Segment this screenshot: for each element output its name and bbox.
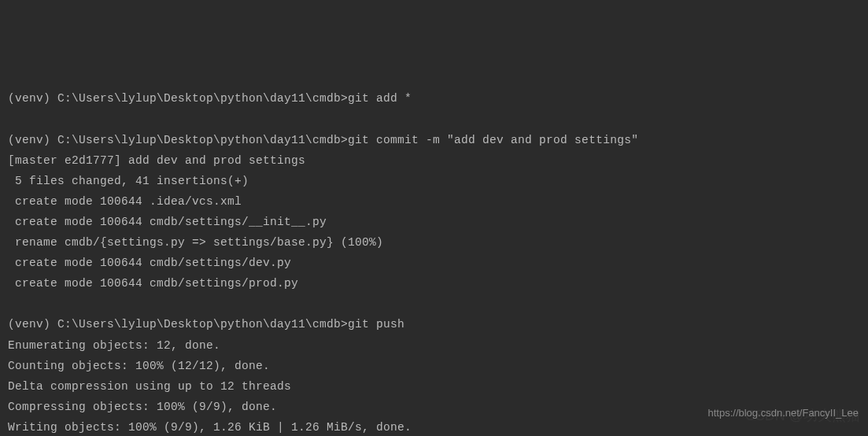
- venv-indicator: (venv): [8, 92, 57, 105]
- venv-indicator: (venv): [8, 318, 57, 331]
- prompt-path: C:\Users\lylup\Desktop\python\day11\cmdb…: [57, 318, 348, 331]
- command-text: git add *: [348, 92, 412, 105]
- terminal-line: (venv) C:\Users\lylup\Desktop\python\day…: [8, 130, 860, 150]
- terminal-line: Counting objects: 100% (12/12), done.: [8, 356, 860, 376]
- terminal-line: [master e2d1777] add dev and prod settin…: [8, 150, 860, 171]
- terminal-line: create mode 100644 cmdb/settings/__init_…: [8, 212, 860, 232]
- terminal-line: [8, 109, 860, 129]
- terminal-line: create mode 100644 cmdb/settings/prod.py: [8, 273, 860, 294]
- command-text: git push: [348, 318, 404, 331]
- terminal-output[interactable]: (venv) C:\Users\lylup\Desktop\python\day…: [8, 88, 860, 436]
- terminal-line: 5 files changed, 41 insertions(+): [8, 171, 860, 191]
- terminal-line: (venv) C:\Users\lylup\Desktop\python\day…: [8, 314, 860, 334]
- prompt-path: C:\Users\lylup\Desktop\python\day11\cmdb…: [57, 134, 348, 146]
- command-text: git commit -m "add dev and prod settings…: [348, 134, 638, 146]
- venv-indicator: (venv): [8, 134, 57, 146]
- watermark-url: https://blog.csdn.net/FancyII_Lee: [707, 404, 859, 422]
- terminal-line: create mode 100644 cmdb/settings/dev.py: [8, 253, 860, 273]
- prompt-path: C:\Users\lylup\Desktop\python\day11\cmdb…: [57, 92, 348, 105]
- terminal-line: Enumerating objects: 12, done.: [8, 335, 860, 356]
- terminal-line: Delta compression using up to 12 threads: [8, 376, 860, 397]
- terminal-line: create mode 100644 .idea/vcs.xml: [8, 191, 860, 212]
- terminal-line: [8, 294, 860, 314]
- terminal-line: (venv) C:\Users\lylup\Desktop\python\day…: [8, 88, 860, 109]
- terminal-line: rename cmdb/{settings.py => settings/bas…: [8, 232, 860, 253]
